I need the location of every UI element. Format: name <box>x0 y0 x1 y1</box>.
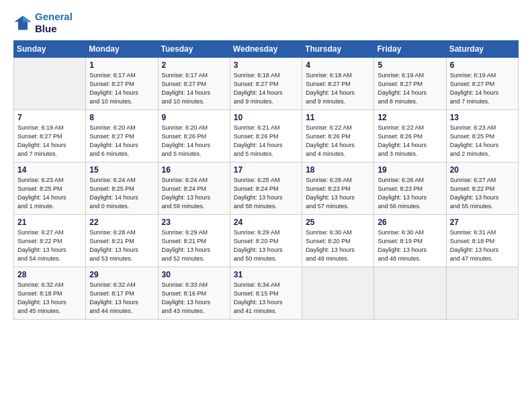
day-info: Sunrise: 6:31 AM Sunset: 8:18 PM Dayligh… <box>450 228 515 263</box>
calendar-cell: 26Sunrise: 6:30 AM Sunset: 8:19 PM Dayli… <box>374 215 446 267</box>
day-number: 20 <box>450 165 515 175</box>
calendar-cell: 17Sunrise: 6:25 AM Sunset: 8:24 PM Dayli… <box>230 163 302 215</box>
day-number: 28 <box>17 270 82 279</box>
calendar-cell: 22Sunrise: 6:28 AM Sunset: 8:21 PM Dayli… <box>86 215 158 267</box>
day-number: 23 <box>162 218 226 227</box>
day-info: Sunrise: 6:21 AM Sunset: 8:26 PM Dayligh… <box>234 124 298 158</box>
day-of-week-header: Thursday <box>302 41 374 58</box>
day-number: 30 <box>162 270 226 279</box>
calendar-week-row: 28Sunrise: 6:32 AM Sunset: 8:18 PM Dayli… <box>14 267 519 320</box>
day-number: 2 <box>162 60 226 70</box>
day-number: 16 <box>162 165 226 175</box>
day-number: 27 <box>450 218 515 227</box>
header: General Blue <box>13 11 519 35</box>
day-info: Sunrise: 6:18 AM Sunset: 8:27 PM Dayligh… <box>234 71 298 106</box>
day-number: 19 <box>378 165 442 175</box>
calendar-cell: 25Sunrise: 6:30 AM Sunset: 8:20 PM Dayli… <box>302 215 374 267</box>
day-info: Sunrise: 6:24 AM Sunset: 8:25 PM Dayligh… <box>89 176 154 211</box>
logo-text: General Blue <box>35 11 73 35</box>
calendar-cell: 29Sunrise: 6:32 AM Sunset: 8:17 PM Dayli… <box>86 267 158 320</box>
calendar-cell: 21Sunrise: 6:27 AM Sunset: 8:22 PM Dayli… <box>14 215 86 267</box>
day-info: Sunrise: 6:29 AM Sunset: 8:21 PM Dayligh… <box>162 228 226 263</box>
calendar-cell: 5Sunrise: 6:19 AM Sunset: 8:27 PM Daylig… <box>374 58 446 110</box>
day-info: Sunrise: 6:26 AM Sunset: 8:23 PM Dayligh… <box>306 176 370 211</box>
calendar-cell <box>302 267 374 320</box>
day-info: Sunrise: 6:29 AM Sunset: 8:20 PM Dayligh… <box>234 228 298 263</box>
calendar-week-row: 1Sunrise: 6:17 AM Sunset: 8:27 PM Daylig… <box>14 58 519 110</box>
day-number: 22 <box>89 218 154 227</box>
day-info: Sunrise: 6:30 AM Sunset: 8:20 PM Dayligh… <box>306 228 370 263</box>
calendar-header-row: SundayMondayTuesdayWednesdayThursdayFrid… <box>14 41 519 58</box>
calendar-cell: 18Sunrise: 6:26 AM Sunset: 8:23 PM Dayli… <box>302 163 374 215</box>
day-info: Sunrise: 6:27 AM Sunset: 8:22 PM Dayligh… <box>17 228 82 263</box>
day-number: 12 <box>378 113 442 122</box>
day-info: Sunrise: 6:32 AM Sunset: 8:17 PM Dayligh… <box>89 281 154 316</box>
day-info: Sunrise: 6:17 AM Sunset: 8:27 PM Dayligh… <box>89 71 154 106</box>
calendar-cell: 7Sunrise: 6:19 AM Sunset: 8:27 PM Daylig… <box>14 110 86 163</box>
day-number: 6 <box>450 60 515 70</box>
day-number: 8 <box>89 113 154 122</box>
calendar-cell: 3Sunrise: 6:18 AM Sunset: 8:27 PM Daylig… <box>230 58 302 110</box>
day-number: 9 <box>162 113 226 122</box>
day-number: 26 <box>378 218 442 227</box>
calendar-cell: 6Sunrise: 6:19 AM Sunset: 8:27 PM Daylig… <box>446 58 518 110</box>
calendar-week-row: 21Sunrise: 6:27 AM Sunset: 8:22 PM Dayli… <box>14 215 519 267</box>
day-number: 18 <box>306 165 370 175</box>
day-number: 21 <box>17 218 82 227</box>
calendar-cell: 11Sunrise: 6:22 AM Sunset: 8:26 PM Dayli… <box>302 110 374 163</box>
day-number: 4 <box>306 60 370 70</box>
day-info: Sunrise: 6:17 AM Sunset: 8:27 PM Dayligh… <box>162 71 226 106</box>
day-info: Sunrise: 6:23 AM Sunset: 8:25 PM Dayligh… <box>17 176 82 211</box>
day-number: 3 <box>234 60 298 70</box>
calendar-cell <box>446 267 518 320</box>
day-info: Sunrise: 6:20 AM Sunset: 8:26 PM Dayligh… <box>162 124 226 158</box>
day-info: Sunrise: 6:19 AM Sunset: 8:27 PM Dayligh… <box>378 71 442 106</box>
page: General Blue SundayMondayTuesdayWednesda… <box>0 0 532 411</box>
day-of-week-header: Friday <box>374 41 446 58</box>
calendar-cell: 15Sunrise: 6:24 AM Sunset: 8:25 PM Dayli… <box>86 163 158 215</box>
day-info: Sunrise: 6:20 AM Sunset: 8:27 PM Dayligh… <box>89 124 154 158</box>
day-info: Sunrise: 6:33 AM Sunset: 8:16 PM Dayligh… <box>162 281 226 316</box>
day-number: 25 <box>306 218 370 227</box>
day-info: Sunrise: 6:22 AM Sunset: 8:26 PM Dayligh… <box>306 124 370 158</box>
calendar-cell: 20Sunrise: 6:27 AM Sunset: 8:22 PM Dayli… <box>446 163 518 215</box>
day-info: Sunrise: 6:23 AM Sunset: 8:25 PM Dayligh… <box>450 124 515 158</box>
calendar-cell: 12Sunrise: 6:22 AM Sunset: 8:26 PM Dayli… <box>374 110 446 163</box>
calendar-cell <box>14 58 86 110</box>
day-number: 24 <box>234 218 298 227</box>
day-info: Sunrise: 6:22 AM Sunset: 8:26 PM Dayligh… <box>378 124 442 158</box>
calendar-cell: 27Sunrise: 6:31 AM Sunset: 8:18 PM Dayli… <box>446 215 518 267</box>
day-info: Sunrise: 6:27 AM Sunset: 8:22 PM Dayligh… <box>450 176 515 211</box>
calendar-table: SundayMondayTuesdayWednesdayThursdayFrid… <box>13 40 519 320</box>
calendar-cell: 8Sunrise: 6:20 AM Sunset: 8:27 PM Daylig… <box>86 110 158 163</box>
day-number: 13 <box>450 113 515 122</box>
day-info: Sunrise: 6:19 AM Sunset: 8:27 PM Dayligh… <box>450 71 515 106</box>
day-info: Sunrise: 6:24 AM Sunset: 8:24 PM Dayligh… <box>162 176 226 211</box>
day-info: Sunrise: 6:26 AM Sunset: 8:23 PM Dayligh… <box>378 176 442 211</box>
day-info: Sunrise: 6:28 AM Sunset: 8:21 PM Dayligh… <box>89 228 154 263</box>
day-number: 31 <box>234 270 298 279</box>
calendar-cell: 13Sunrise: 6:23 AM Sunset: 8:25 PM Dayli… <box>446 110 518 163</box>
day-of-week-header: Wednesday <box>230 41 302 58</box>
svg-marker-1 <box>23 16 32 22</box>
day-info: Sunrise: 6:25 AM Sunset: 8:24 PM Dayligh… <box>234 176 298 211</box>
day-number: 5 <box>378 60 442 70</box>
calendar-week-row: 14Sunrise: 6:23 AM Sunset: 8:25 PM Dayli… <box>14 163 519 215</box>
calendar-cell: 9Sunrise: 6:20 AM Sunset: 8:26 PM Daylig… <box>158 110 230 163</box>
day-of-week-header: Sunday <box>14 41 86 58</box>
logo: General Blue <box>13 11 73 35</box>
calendar-cell <box>374 267 446 320</box>
day-info: Sunrise: 6:34 AM Sunset: 8:15 PM Dayligh… <box>234 281 298 316</box>
calendar-cell: 14Sunrise: 6:23 AM Sunset: 8:25 PM Dayli… <box>14 163 86 215</box>
day-of-week-header: Saturday <box>446 41 518 58</box>
day-number: 17 <box>234 165 298 175</box>
calendar-cell: 1Sunrise: 6:17 AM Sunset: 8:27 PM Daylig… <box>86 58 158 110</box>
calendar-cell: 16Sunrise: 6:24 AM Sunset: 8:24 PM Dayli… <box>158 163 230 215</box>
calendar-cell: 23Sunrise: 6:29 AM Sunset: 8:21 PM Dayli… <box>158 215 230 267</box>
day-number: 11 <box>306 113 370 122</box>
day-info: Sunrise: 6:32 AM Sunset: 8:18 PM Dayligh… <box>17 281 82 316</box>
calendar-cell: 4Sunrise: 6:18 AM Sunset: 8:27 PM Daylig… <box>302 58 374 110</box>
day-number: 15 <box>89 165 154 175</box>
logo-icon <box>13 13 32 32</box>
day-of-week-header: Tuesday <box>158 41 230 58</box>
